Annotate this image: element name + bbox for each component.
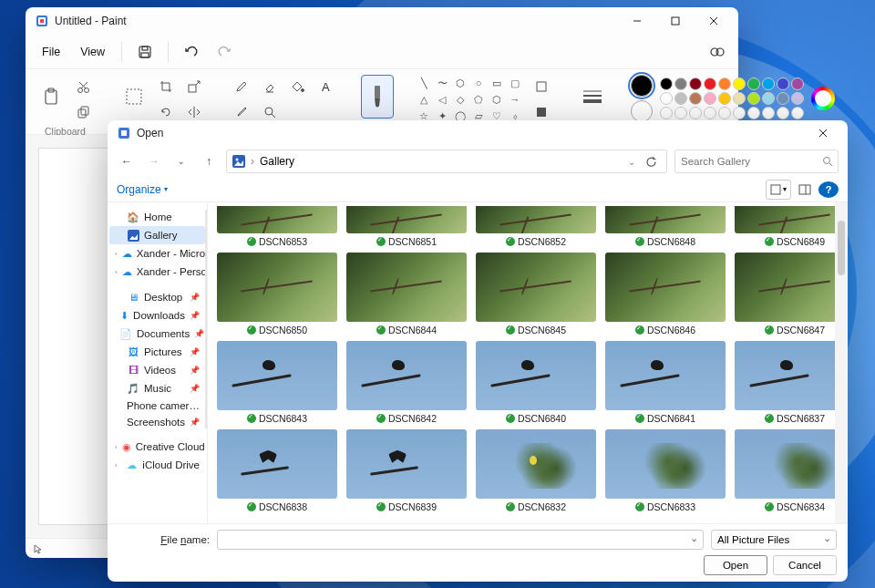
shapes-palette[interactable]: ╲〜⬡○▭▢ △◁◇⬠⬡→ ☆✦◯▱♡⬨ bbox=[416, 76, 523, 123]
back-button[interactable]: ← bbox=[117, 151, 137, 171]
nav-videos[interactable]: 🎞Videos📌 bbox=[109, 361, 205, 379]
refresh-button[interactable] bbox=[641, 151, 661, 171]
color-swatch[interactable] bbox=[674, 92, 687, 105]
open-button[interactable]: Open bbox=[704, 555, 767, 575]
nav-gallery[interactable]: Gallery bbox=[109, 226, 205, 244]
color-palette[interactable] bbox=[660, 77, 804, 119]
gallery-item[interactable]: DSCN6850 bbox=[217, 253, 337, 335]
nav-onedrive-micros[interactable]: ›☁Xander - Micros… bbox=[109, 244, 205, 263]
gallery-view[interactable]: DSCN6853DSCN6851DSCN6852DSCN6848DSCN6849… bbox=[208, 202, 848, 523]
nav-creative-cloud[interactable]: ›◉Creative Cloud F… bbox=[109, 438, 205, 456]
nav-pictures[interactable]: 🖼Pictures📌 bbox=[109, 343, 205, 361]
select-button[interactable] bbox=[118, 75, 150, 119]
preview-pane-button[interactable] bbox=[795, 180, 815, 200]
shape-outline-button[interactable] bbox=[529, 75, 554, 98]
gallery-item[interactable]: DSCN6849 bbox=[735, 206, 848, 247]
paste-button[interactable] bbox=[35, 75, 67, 119]
gallery-item[interactable]: DSCN6838 bbox=[217, 429, 337, 512]
empty-swatch[interactable] bbox=[777, 107, 789, 119]
filename-input[interactable] bbox=[223, 531, 686, 542]
empty-swatch[interactable] bbox=[762, 107, 775, 119]
crop-button[interactable] bbox=[153, 75, 179, 98]
gallery-item[interactable]: DSCN6833 bbox=[605, 429, 726, 512]
color-swatch[interactable] bbox=[704, 92, 716, 105]
gallery-item[interactable]: DSCN6841 bbox=[605, 341, 726, 424]
gallery-item[interactable]: DSCN6847 bbox=[735, 253, 848, 335]
copilot-button[interactable] bbox=[702, 38, 733, 66]
edit-colors-button[interactable] bbox=[811, 87, 835, 110]
gallery-item[interactable]: DSCN6842 bbox=[346, 341, 467, 424]
gallery-item[interactable]: DSCN6839 bbox=[346, 429, 467, 512]
redo-button[interactable] bbox=[209, 38, 240, 66]
nav-onedrive-person[interactable]: ›☁Xander - Person… bbox=[109, 263, 205, 281]
menu-view[interactable]: View bbox=[71, 40, 114, 64]
nav-screenshots[interactable]: Screenshots📌 bbox=[109, 414, 205, 430]
gallery-item[interactable]: DSCN6845 bbox=[476, 253, 596, 335]
save-button[interactable] bbox=[129, 38, 160, 66]
copy-button[interactable] bbox=[70, 100, 96, 124]
gallery-item[interactable]: DSCN6837 bbox=[735, 341, 848, 424]
help-button[interactable]: ? bbox=[818, 181, 839, 198]
color-swatch[interactable] bbox=[718, 92, 731, 105]
empty-swatch[interactable] bbox=[704, 107, 716, 119]
color-swatch[interactable] bbox=[733, 77, 746, 90]
gallery-item[interactable]: DSCN6851 bbox=[346, 206, 467, 247]
filename-combobox[interactable] bbox=[217, 530, 704, 550]
search-box[interactable] bbox=[674, 150, 839, 173]
fill-tool[interactable] bbox=[285, 75, 311, 98]
color-swatch[interactable] bbox=[733, 92, 746, 105]
recent-locations-button[interactable]: ⌄ bbox=[171, 151, 191, 171]
paint-titlebar[interactable]: Untitled - Paint bbox=[26, 7, 738, 35]
empty-swatch[interactable] bbox=[689, 107, 702, 119]
gallery-item[interactable]: DSCN6853 bbox=[217, 206, 337, 247]
empty-swatch[interactable] bbox=[747, 107, 760, 119]
close-button[interactable] bbox=[695, 8, 733, 34]
empty-swatch[interactable] bbox=[718, 107, 731, 119]
color-swatch[interactable] bbox=[791, 92, 804, 105]
color-swatch[interactable] bbox=[791, 77, 804, 90]
undo-button[interactable] bbox=[176, 38, 207, 66]
nav-downloads[interactable]: ⬇Downloads📌 bbox=[109, 306, 205, 325]
resize-button[interactable] bbox=[181, 75, 207, 98]
gallery-item[interactable]: DSCN6832 bbox=[476, 429, 596, 512]
color1-swatch[interactable] bbox=[631, 75, 653, 97]
color-swatch[interactable] bbox=[689, 77, 702, 90]
size-button[interactable] bbox=[576, 75, 609, 119]
menu-file[interactable]: File bbox=[33, 40, 69, 64]
gallery-item[interactable]: DSCN6852 bbox=[476, 206, 596, 247]
gallery-item[interactable]: DSCN6844 bbox=[346, 253, 467, 335]
gallery-item[interactable]: DSCN6834 bbox=[735, 429, 848, 512]
color-swatch[interactable] bbox=[762, 77, 775, 90]
organize-button[interactable]: Organize▾ bbox=[117, 183, 168, 196]
cut-button[interactable] bbox=[70, 75, 96, 98]
color-swatch[interactable] bbox=[660, 77, 673, 90]
address-bar[interactable]: › Gallery ⌄ bbox=[226, 150, 667, 173]
color2-swatch[interactable] bbox=[631, 100, 653, 122]
color-swatch[interactable] bbox=[660, 92, 673, 105]
up-button[interactable]: ↑ bbox=[199, 151, 219, 171]
empty-swatch[interactable] bbox=[660, 107, 673, 119]
gallery-item[interactable]: DSCN6840 bbox=[476, 341, 596, 424]
nav-music[interactable]: 🎵Music📌 bbox=[109, 379, 205, 397]
navigation-pane[interactable]: 🏠Home Gallery ›☁Xander - Micros… ›☁Xande… bbox=[108, 202, 208, 523]
breadcrumb-gallery[interactable]: Gallery bbox=[260, 155, 294, 168]
color-swatch[interactable] bbox=[777, 92, 789, 105]
color-swatch[interactable] bbox=[747, 92, 760, 105]
maximize-button[interactable] bbox=[656, 8, 695, 34]
empty-swatch[interactable] bbox=[791, 107, 804, 119]
gallery-scrollbar[interactable] bbox=[835, 202, 848, 523]
color-swatch[interactable] bbox=[762, 92, 775, 105]
chevron-down-icon[interactable]: ⌄ bbox=[628, 157, 635, 167]
color-swatch[interactable] bbox=[747, 77, 760, 90]
color-swatch[interactable] bbox=[689, 92, 702, 105]
nav-icloud-drive[interactable]: ›☁iCloud Drive bbox=[109, 456, 205, 474]
eraser-tool[interactable] bbox=[257, 75, 283, 98]
empty-swatch[interactable] bbox=[733, 107, 746, 119]
text-tool[interactable]: A bbox=[314, 75, 339, 98]
open-dialog-titlebar[interactable]: Open bbox=[108, 120, 848, 146]
color-swatch[interactable] bbox=[718, 77, 731, 90]
view-options-button[interactable]: ▾ bbox=[766, 180, 791, 200]
nav-phone-camera[interactable]: Phone camer…📌 bbox=[109, 397, 205, 414]
brush-button[interactable] bbox=[361, 75, 394, 119]
nav-desktop[interactable]: 🖥Desktop📌 bbox=[109, 288, 205, 306]
